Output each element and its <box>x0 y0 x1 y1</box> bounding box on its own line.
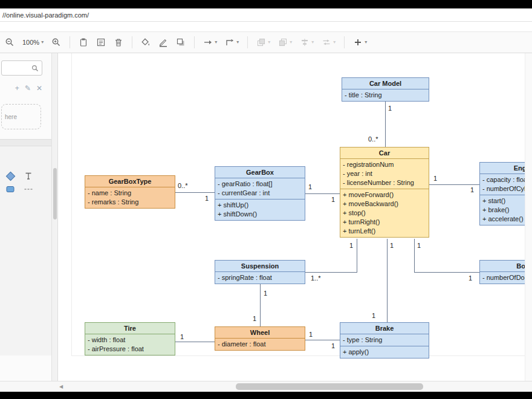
class-name: Car Model <box>342 78 429 89</box>
pencil-icon <box>158 37 168 47</box>
dropzone-label: here <box>5 114 17 120</box>
class-member: + accelerate() <box>480 215 525 224</box>
association-line[interactable] <box>175 342 215 342</box>
association-line[interactable] <box>305 272 357 273</box>
association-line[interactable] <box>260 282 261 326</box>
class-compartment: - registrationNum- year : int- licenseNu… <box>340 159 429 189</box>
class-member: + moveBackward() <box>340 199 429 209</box>
multiplicity-label[interactable]: 1 <box>253 315 256 322</box>
scroll-left-icon[interactable]: ◀ <box>59 384 63 389</box>
uml-class-tire[interactable]: Tire- width : float- airPressure : float <box>85 322 175 355</box>
anchor-shape[interactable] <box>22 169 35 183</box>
association-line[interactable] <box>385 100 386 147</box>
diamond-shape[interactable] <box>4 169 17 183</box>
diagram-canvas[interactable]: Car Model- title : StringCar- registrati… <box>58 53 525 381</box>
class-compartment: + start()+ brake()+ accelerate() <box>480 195 525 225</box>
uml-class-car[interactable]: Car- registrationNum- year : int- licens… <box>340 147 429 238</box>
class-name: Tire <box>85 323 175 334</box>
trash-icon <box>114 37 123 47</box>
association-line[interactable] <box>305 193 340 194</box>
canvas-vscrollbar[interactable] <box>525 53 532 381</box>
association-line[interactable] <box>429 184 479 185</box>
dashed-line-shape[interactable] <box>22 183 35 196</box>
multiplicity-label[interactable]: 0..* <box>178 182 188 189</box>
multiplicity-label[interactable]: 1 <box>390 242 394 249</box>
uml-class-car-model[interactable]: Car Model- title : String <box>342 77 429 102</box>
delete-button[interactable] <box>112 36 125 48</box>
shape-sidebar: + ✎ ✕ here <box>0 53 58 381</box>
uml-class-gearbox[interactable]: GearBox- gearRatio : float[]- currentGea… <box>215 166 305 221</box>
multiplicity-label[interactable]: 1 <box>417 242 421 249</box>
class-name: Engine <box>480 163 525 174</box>
line-color-button[interactable] <box>157 36 169 48</box>
multiplicity-label[interactable]: 1 <box>470 186 474 193</box>
multiplicity-label[interactable]: 1..* <box>311 274 321 282</box>
zoom-out-button[interactable] <box>4 36 16 48</box>
multiplicity-label[interactable]: 1 <box>433 175 437 182</box>
multiplicity-label[interactable]: 1 <box>469 274 472 282</box>
association-line[interactable] <box>305 340 340 340</box>
note-shape[interactable] <box>4 183 17 196</box>
sidebar-scrollbar[interactable] <box>51 53 57 381</box>
uml-class-brake[interactable]: Brake- type : String+ apply() <box>340 322 429 358</box>
multiplicity-label[interactable]: 1 <box>180 333 184 340</box>
multiplicity-label[interactable]: 1 <box>349 242 353 249</box>
zoom-level-dropdown[interactable]: 100% ▾ <box>21 37 45 47</box>
align-dropdown[interactable]: ▾ <box>299 36 315 48</box>
panel-divider <box>0 139 52 146</box>
multiplicity-label[interactable]: 1 <box>331 342 335 349</box>
zoom-in-button[interactable] <box>50 36 62 48</box>
association-line[interactable] <box>175 192 215 193</box>
class-member: - numberOfDoo <box>480 273 525 282</box>
fill-color-button[interactable] <box>140 36 152 48</box>
toolbar-separator <box>70 36 70 48</box>
search-input[interactable] <box>4 65 31 72</box>
uml-class-body[interactable]: Body- numberOfDoo <box>479 260 525 284</box>
multiplicity-label[interactable]: 1 <box>308 183 312 190</box>
hscroll-thumb[interactable] <box>236 383 423 390</box>
edit-panel-icon[interactable]: ✎ <box>25 85 31 92</box>
uml-class-gearboxtype[interactable]: GearBoxType- name : String- remarks : St… <box>85 175 175 209</box>
multiplicity-label[interactable]: 1 <box>388 105 392 112</box>
add-shape-dropdown[interactable]: ▾ <box>352 36 368 48</box>
transform-dropdown[interactable]: ▾ <box>320 36 337 48</box>
multiplicity-label[interactable]: 1 <box>372 312 375 319</box>
arrow-style-dropdown[interactable]: ▾ <box>202 36 218 48</box>
class-name: GearBox <box>215 167 305 178</box>
association-line[interactable] <box>387 239 388 322</box>
shape-dropzone[interactable]: here <box>1 104 41 129</box>
multiplicity-label[interactable]: 1 <box>309 331 313 338</box>
bring-to-front-dropdown[interactable]: ▾ <box>255 36 271 48</box>
page-boundary-left <box>71 53 72 355</box>
send-to-back-dropdown[interactable]: ▾ <box>277 36 293 48</box>
uml-class-wheel[interactable]: Wheel- diameter : float <box>215 326 305 351</box>
align-icon <box>300 37 310 47</box>
association-line[interactable] <box>414 239 415 273</box>
chevron-down-icon: ▾ <box>290 40 292 45</box>
sidebar-scroll-thumb[interactable] <box>53 168 57 219</box>
paste-button[interactable] <box>77 36 89 48</box>
class-member: - diameter : float <box>215 340 305 349</box>
shadow-button[interactable] <box>175 36 187 48</box>
class-compartment: - numberOfDoo <box>480 272 525 284</box>
shape-search-box[interactable] <box>1 60 42 76</box>
bring-to-front-icon <box>256 37 266 47</box>
multiplicity-label[interactable]: 1 <box>331 196 335 203</box>
class-name: Suspension <box>215 261 305 272</box>
connector-style-dropdown[interactable]: ▾ <box>224 36 240 48</box>
uml-class-engine[interactable]: Engine- capacity : floa- numberOfCyli+ s… <box>479 162 525 225</box>
uml-class-suspension[interactable]: Suspension- springRate : float <box>215 260 305 284</box>
association-line[interactable] <box>357 239 357 273</box>
chevron-down-icon: ▾ <box>365 40 367 45</box>
multiplicity-label[interactable]: 1 <box>264 290 267 297</box>
class-compartment: - type : String <box>340 334 429 346</box>
association-line[interactable] <box>414 272 479 273</box>
multiplicity-label[interactable]: 1 <box>205 195 209 202</box>
browser-url-bar[interactable]: //online.visual-paradigm.com/ <box>0 8 532 22</box>
add-panel-icon[interactable]: + <box>15 85 19 92</box>
copy-style-button[interactable] <box>95 36 107 48</box>
close-panel-icon[interactable]: ✕ <box>36 85 42 92</box>
class-compartment: - capacity : floa- numberOfCyli <box>480 174 525 195</box>
multiplicity-label[interactable]: 0..* <box>368 135 378 143</box>
canvas-hscrollbar[interactable]: ◀ <box>0 381 532 392</box>
